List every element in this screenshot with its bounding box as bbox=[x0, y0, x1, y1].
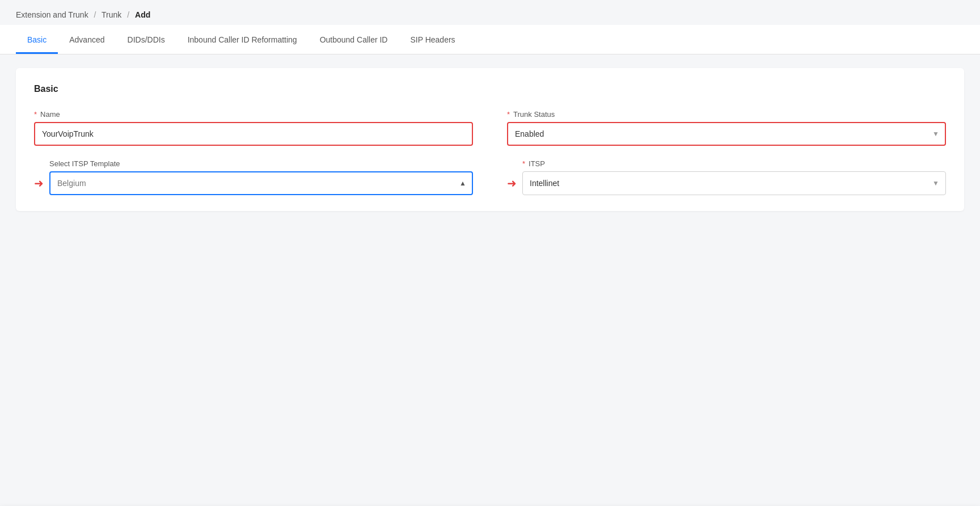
breadcrumb-item-extension[interactable]: Extension and Trunk bbox=[16, 10, 88, 19]
tabs-bar: Basic Advanced DIDs/DDIs Inbound Caller … bbox=[0, 25, 980, 54]
page-wrapper: Extension and Trunk / Trunk / Add Basic … bbox=[0, 0, 980, 506]
form-grid: * Name ➜ Select ITSP Te bbox=[34, 110, 946, 195]
itsp-template-arrow-icon: ➜ bbox=[34, 176, 44, 190]
tab-outbound-caller-id[interactable]: Outbound Caller ID bbox=[309, 25, 399, 54]
name-group: * Name bbox=[34, 110, 473, 146]
itsp-label: * ITSP bbox=[522, 159, 946, 168]
name-input[interactable] bbox=[34, 122, 473, 146]
trunk-status-group: * Trunk Status Enabled Disabled ▼ bbox=[507, 110, 946, 146]
trunk-status-select[interactable]: Enabled Disabled bbox=[507, 122, 946, 146]
breadcrumb-separator-2: / bbox=[127, 10, 129, 19]
itsp-template-row: ➜ Select ITSP Template ▲ bbox=[34, 159, 473, 195]
tab-inbound-caller-id[interactable]: Inbound Caller ID Reformatting bbox=[176, 25, 309, 54]
itsp-group: * ITSP Intellinet ▼ bbox=[522, 159, 946, 195]
itsp-arrow-col: ➜ bbox=[507, 176, 520, 190]
basic-card: Basic * Name ➜ bbox=[16, 68, 964, 211]
card-title: Basic bbox=[34, 84, 946, 94]
itsp-select[interactable]: Intellinet bbox=[522, 171, 946, 195]
itsp-template-group: Select ITSP Template ▲ General Belgium bbox=[49, 159, 473, 195]
breadcrumb-separator-1: / bbox=[94, 10, 96, 19]
itsp-required-star: * bbox=[522, 159, 525, 168]
itsp-select-wrapper: Intellinet ▼ bbox=[522, 171, 946, 195]
breadcrumb: Extension and Trunk / Trunk / Add bbox=[0, 0, 980, 25]
itsp-field-col: * ITSP Intellinet ▼ bbox=[522, 159, 946, 195]
breadcrumb-item-trunk[interactable]: Trunk bbox=[102, 10, 121, 19]
tab-dids[interactable]: DIDs/DDIs bbox=[116, 25, 176, 54]
itsp-arrow-icon: ➜ bbox=[507, 176, 517, 190]
left-column: * Name ➜ Select ITSP Te bbox=[34, 110, 473, 195]
itsp-row: ➜ * ITSP Intellinet bbox=[507, 159, 946, 195]
main-content: Basic * Name ➜ bbox=[0, 54, 980, 225]
right-column: * Trunk Status Enabled Disabled ▼ bbox=[507, 110, 946, 195]
trunk-status-select-wrapper: Enabled Disabled ▼ bbox=[507, 122, 946, 146]
tab-advanced[interactable]: Advanced bbox=[58, 25, 116, 54]
itsp-template-input[interactable] bbox=[49, 171, 473, 195]
trunk-status-label: * Trunk Status bbox=[507, 110, 946, 119]
itsp-template-input-wrapper: ▲ bbox=[49, 171, 473, 195]
breadcrumb-item-add: Add bbox=[135, 10, 150, 19]
tab-basic[interactable]: Basic bbox=[16, 25, 58, 54]
trunk-status-required-star: * bbox=[507, 110, 510, 119]
itsp-template-field-col: Select ITSP Template ▲ General Belgium bbox=[49, 159, 473, 195]
tab-sip-headers[interactable]: SIP Headers bbox=[399, 25, 466, 54]
name-label: * Name bbox=[34, 110, 473, 119]
itsp-template-arrow-col: ➜ bbox=[34, 176, 47, 190]
itsp-template-label: Select ITSP Template bbox=[49, 159, 473, 168]
name-required-star: * bbox=[34, 110, 37, 119]
